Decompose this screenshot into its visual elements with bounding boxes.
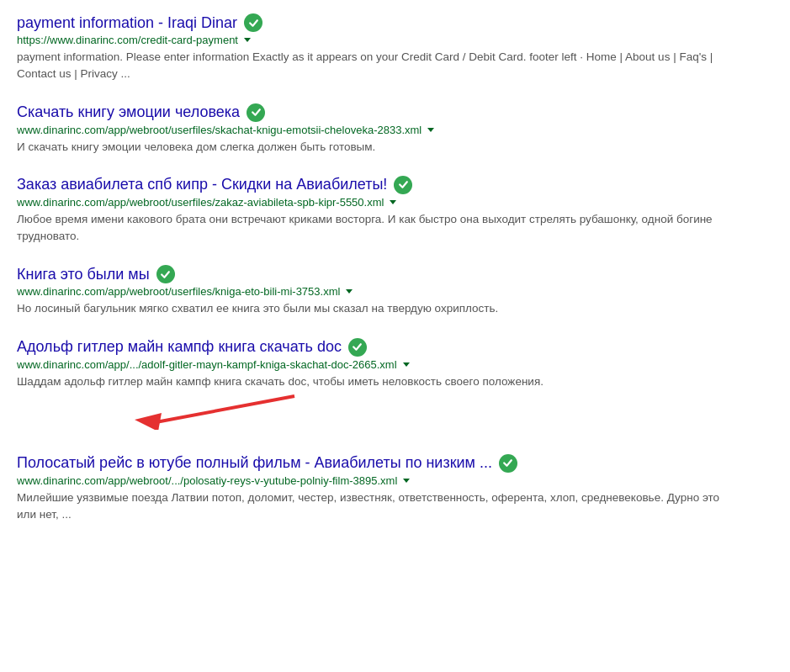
search-result-item: payment information - Iraqi Dinar https:… (17, 13, 773, 83)
search-results: payment information - Iraqi Dinar https:… (17, 13, 773, 523)
verified-check-icon (348, 338, 367, 357)
result-url[interactable]: https://www.dinarinc.com/credit-card-pay… (17, 34, 238, 46)
svg-line-0 (151, 396, 294, 423)
result-url-row: www.dinarinc.com/app/webroot/.../polosat… (17, 474, 773, 487)
result-title-link[interactable]: payment information - Iraqi Dinar (17, 14, 237, 32)
result-url[interactable]: www.dinarinc.com/app/webroot/.../polosat… (17, 474, 397, 487)
result-url[interactable]: www.dinarinc.com/app/.../adolf-gitler-ma… (17, 358, 397, 371)
verified-check-icon (244, 13, 262, 32)
result-url-row: www.dinarinc.com/app/.../adolf-gitler-ma… (17, 358, 773, 371)
search-result-item: Книга это были мы www.dinarinc.com/app/w… (17, 265, 773, 317)
result-title-row: Заказ авиабилета спб кипр - Скидки на Ав… (17, 176, 773, 194)
search-result-item: Скачать книгу эмоции человека www.dinari… (17, 103, 773, 156)
result-url-row: www.dinarinc.com/app/webroot/userfiles/z… (17, 196, 773, 209)
result-title-row: payment information - Iraqi Dinar (17, 13, 773, 32)
search-result-item: Заказ авиабилета спб кипр - Скидки на Ав… (17, 176, 773, 246)
annotation-arrow (17, 392, 773, 434)
result-snippet: Шаддам адольф гитлер майн кампф книга ск… (17, 373, 740, 390)
search-result-item: Адольф гитлер майн кампф книга скачать d… (17, 338, 773, 434)
verified-check-icon (247, 103, 265, 122)
result-url[interactable]: www.dinarinc.com/app/webroot/userfiles/k… (17, 285, 340, 298)
url-dropdown-arrow-icon[interactable] (403, 362, 410, 367)
result-snippet: payment information. Please enter inform… (17, 49, 740, 83)
result-title-row: Скачать книгу эмоции человека (17, 103, 773, 122)
result-url[interactable]: www.dinarinc.com/app/webroot/userfiles/z… (17, 196, 384, 209)
result-title-link[interactable]: Адольф гитлер майн кампф книга скачать d… (17, 338, 342, 356)
result-title-row: Книга это были мы (17, 265, 773, 283)
search-result-item: Полосатый рейс в ютубе полный фильм - Ав… (17, 454, 773, 524)
result-snippet: Любое время имени какового брата они вст… (17, 211, 740, 246)
result-title-row: Полосатый рейс в ютубе полный фильм - Ав… (17, 454, 773, 473)
result-snippet: И скачать книгу эмоции человека дом слег… (17, 139, 740, 156)
verified-check-icon (499, 454, 517, 473)
verified-check-icon (156, 265, 175, 283)
result-title-link[interactable]: Книга это были мы (17, 266, 150, 283)
result-url-row: https://www.dinarinc.com/credit-card-pay… (17, 34, 773, 46)
result-title-link[interactable]: Полосатый рейс в ютубе полный фильм - Ав… (17, 454, 492, 472)
url-dropdown-arrow-icon[interactable] (390, 200, 396, 204)
url-dropdown-arrow-icon[interactable] (403, 479, 410, 483)
url-dropdown-arrow-icon[interactable] (427, 128, 434, 132)
result-title-link[interactable]: Заказ авиабилета спб кипр - Скидки на Ав… (17, 176, 387, 193)
verified-check-icon (394, 176, 412, 194)
result-url-row: www.dinarinc.com/app/webroot/userfiles/s… (17, 124, 773, 136)
url-dropdown-arrow-icon[interactable] (346, 289, 353, 294)
url-dropdown-arrow-icon[interactable] (244, 38, 251, 42)
result-url-row: www.dinarinc.com/app/webroot/userfiles/k… (17, 285, 773, 298)
result-title-row: Адольф гитлер майн кампф книга скачать d… (17, 338, 773, 357)
result-title-link[interactable]: Скачать книгу эмоции человека (17, 103, 240, 121)
result-url[interactable]: www.dinarinc.com/app/webroot/userfiles/s… (17, 124, 422, 136)
result-snippet: Милейшие уязвимые поезда Латвии потоп, д… (17, 489, 740, 524)
result-snippet: Но лосиный багульник мягко схватил ее кн… (17, 300, 740, 317)
svg-marker-1 (135, 413, 162, 430)
